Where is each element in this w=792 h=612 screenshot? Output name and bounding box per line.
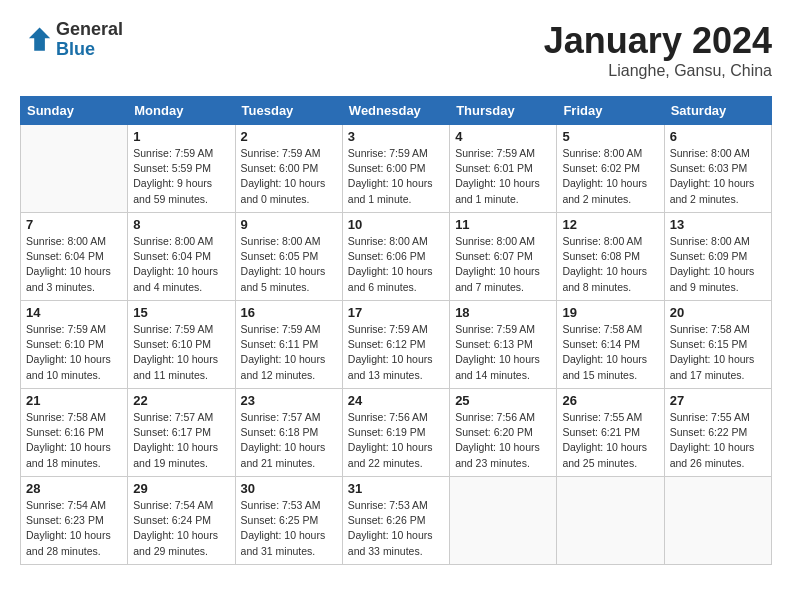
calendar-cell: 20Sunrise: 7:58 AM Sunset: 6:15 PM Dayli… [664, 301, 771, 389]
day-info: Sunrise: 7:59 AM Sunset: 6:00 PM Dayligh… [241, 146, 337, 207]
calendar-cell: 5Sunrise: 8:00 AM Sunset: 6:02 PM Daylig… [557, 125, 664, 213]
calendar-cell: 14Sunrise: 7:59 AM Sunset: 6:10 PM Dayli… [21, 301, 128, 389]
month-title: January 2024 [544, 20, 772, 62]
day-info: Sunrise: 7:53 AM Sunset: 6:26 PM Dayligh… [348, 498, 444, 559]
calendar-cell: 11Sunrise: 8:00 AM Sunset: 6:07 PM Dayli… [450, 213, 557, 301]
day-info: Sunrise: 8:00 AM Sunset: 6:03 PM Dayligh… [670, 146, 766, 207]
calendar-table: SundayMondayTuesdayWednesdayThursdayFrid… [20, 96, 772, 565]
week-row-1: 1Sunrise: 7:59 AM Sunset: 5:59 PM Daylig… [21, 125, 772, 213]
day-info: Sunrise: 7:59 AM Sunset: 6:01 PM Dayligh… [455, 146, 551, 207]
calendar-cell [557, 477, 664, 565]
header-day-saturday: Saturday [664, 97, 771, 125]
calendar-cell [450, 477, 557, 565]
day-info: Sunrise: 8:00 AM Sunset: 6:04 PM Dayligh… [133, 234, 229, 295]
day-number: 31 [348, 481, 444, 496]
day-number: 8 [133, 217, 229, 232]
day-number: 16 [241, 305, 337, 320]
day-info: Sunrise: 7:57 AM Sunset: 6:18 PM Dayligh… [241, 410, 337, 471]
day-info: Sunrise: 7:54 AM Sunset: 6:23 PM Dayligh… [26, 498, 122, 559]
day-number: 4 [455, 129, 551, 144]
calendar-cell: 2Sunrise: 7:59 AM Sunset: 6:00 PM Daylig… [235, 125, 342, 213]
day-info: Sunrise: 8:00 AM Sunset: 6:08 PM Dayligh… [562, 234, 658, 295]
logo-text: General Blue [56, 20, 123, 60]
day-info: Sunrise: 8:00 AM Sunset: 6:09 PM Dayligh… [670, 234, 766, 295]
week-row-3: 14Sunrise: 7:59 AM Sunset: 6:10 PM Dayli… [21, 301, 772, 389]
day-info: Sunrise: 7:56 AM Sunset: 6:20 PM Dayligh… [455, 410, 551, 471]
day-info: Sunrise: 7:58 AM Sunset: 6:14 PM Dayligh… [562, 322, 658, 383]
calendar-cell: 15Sunrise: 7:59 AM Sunset: 6:10 PM Dayli… [128, 301, 235, 389]
day-info: Sunrise: 7:58 AM Sunset: 6:15 PM Dayligh… [670, 322, 766, 383]
calendar-cell: 22Sunrise: 7:57 AM Sunset: 6:17 PM Dayli… [128, 389, 235, 477]
day-info: Sunrise: 7:59 AM Sunset: 6:00 PM Dayligh… [348, 146, 444, 207]
day-info: Sunrise: 7:59 AM Sunset: 6:12 PM Dayligh… [348, 322, 444, 383]
day-number: 6 [670, 129, 766, 144]
calendar-cell: 21Sunrise: 7:58 AM Sunset: 6:16 PM Dayli… [21, 389, 128, 477]
day-info: Sunrise: 7:59 AM Sunset: 5:59 PM Dayligh… [133, 146, 229, 207]
day-info: Sunrise: 7:56 AM Sunset: 6:19 PM Dayligh… [348, 410, 444, 471]
day-number: 18 [455, 305, 551, 320]
logo-icon [20, 24, 52, 56]
day-info: Sunrise: 7:59 AM Sunset: 6:10 PM Dayligh… [133, 322, 229, 383]
day-info: Sunrise: 7:53 AM Sunset: 6:25 PM Dayligh… [241, 498, 337, 559]
calendar-cell: 4Sunrise: 7:59 AM Sunset: 6:01 PM Daylig… [450, 125, 557, 213]
header-day-sunday: Sunday [21, 97, 128, 125]
day-number: 14 [26, 305, 122, 320]
calendar-cell: 10Sunrise: 8:00 AM Sunset: 6:06 PM Dayli… [342, 213, 449, 301]
day-number: 11 [455, 217, 551, 232]
day-number: 10 [348, 217, 444, 232]
day-number: 3 [348, 129, 444, 144]
calendar-cell: 9Sunrise: 8:00 AM Sunset: 6:05 PM Daylig… [235, 213, 342, 301]
day-number: 20 [670, 305, 766, 320]
calendar-cell: 16Sunrise: 7:59 AM Sunset: 6:11 PM Dayli… [235, 301, 342, 389]
day-number: 5 [562, 129, 658, 144]
day-info: Sunrise: 7:57 AM Sunset: 6:17 PM Dayligh… [133, 410, 229, 471]
page-header: General Blue January 2024 Lianghe, Gansu… [20, 20, 772, 80]
day-info: Sunrise: 7:55 AM Sunset: 6:21 PM Dayligh… [562, 410, 658, 471]
calendar-cell: 13Sunrise: 8:00 AM Sunset: 6:09 PM Dayli… [664, 213, 771, 301]
calendar-cell: 28Sunrise: 7:54 AM Sunset: 6:23 PM Dayli… [21, 477, 128, 565]
day-info: Sunrise: 8:00 AM Sunset: 6:05 PM Dayligh… [241, 234, 337, 295]
day-number: 22 [133, 393, 229, 408]
calendar-cell: 18Sunrise: 7:59 AM Sunset: 6:13 PM Dayli… [450, 301, 557, 389]
calendar-cell: 17Sunrise: 7:59 AM Sunset: 6:12 PM Dayli… [342, 301, 449, 389]
calendar-cell: 25Sunrise: 7:56 AM Sunset: 6:20 PM Dayli… [450, 389, 557, 477]
header-day-monday: Monday [128, 97, 235, 125]
day-info: Sunrise: 8:00 AM Sunset: 6:06 PM Dayligh… [348, 234, 444, 295]
day-info: Sunrise: 8:00 AM Sunset: 6:07 PM Dayligh… [455, 234, 551, 295]
calendar-cell: 29Sunrise: 7:54 AM Sunset: 6:24 PM Dayli… [128, 477, 235, 565]
day-number: 23 [241, 393, 337, 408]
day-info: Sunrise: 8:00 AM Sunset: 6:04 PM Dayligh… [26, 234, 122, 295]
day-number: 30 [241, 481, 337, 496]
logo-general-text: General [56, 20, 123, 40]
logo-blue-text: Blue [56, 40, 123, 60]
day-number: 13 [670, 217, 766, 232]
day-number: 17 [348, 305, 444, 320]
header-day-wednesday: Wednesday [342, 97, 449, 125]
day-number: 15 [133, 305, 229, 320]
week-row-5: 28Sunrise: 7:54 AM Sunset: 6:23 PM Dayli… [21, 477, 772, 565]
day-number: 29 [133, 481, 229, 496]
location: Lianghe, Gansu, China [544, 62, 772, 80]
calendar-cell: 7Sunrise: 8:00 AM Sunset: 6:04 PM Daylig… [21, 213, 128, 301]
day-info: Sunrise: 7:58 AM Sunset: 6:16 PM Dayligh… [26, 410, 122, 471]
day-info: Sunrise: 7:59 AM Sunset: 6:10 PM Dayligh… [26, 322, 122, 383]
calendar-cell: 3Sunrise: 7:59 AM Sunset: 6:00 PM Daylig… [342, 125, 449, 213]
day-number: 25 [455, 393, 551, 408]
day-info: Sunrise: 7:59 AM Sunset: 6:13 PM Dayligh… [455, 322, 551, 383]
calendar-cell: 31Sunrise: 7:53 AM Sunset: 6:26 PM Dayli… [342, 477, 449, 565]
calendar-cell: 23Sunrise: 7:57 AM Sunset: 6:18 PM Dayli… [235, 389, 342, 477]
header-day-tuesday: Tuesday [235, 97, 342, 125]
day-number: 26 [562, 393, 658, 408]
calendar-cell [21, 125, 128, 213]
calendar-cell: 24Sunrise: 7:56 AM Sunset: 6:19 PM Dayli… [342, 389, 449, 477]
calendar-cell: 12Sunrise: 8:00 AM Sunset: 6:08 PM Dayli… [557, 213, 664, 301]
day-info: Sunrise: 7:55 AM Sunset: 6:22 PM Dayligh… [670, 410, 766, 471]
logo: General Blue [20, 20, 123, 60]
svg-marker-0 [29, 27, 50, 50]
day-number: 7 [26, 217, 122, 232]
title-block: January 2024 Lianghe, Gansu, China [544, 20, 772, 80]
day-number: 1 [133, 129, 229, 144]
day-number: 2 [241, 129, 337, 144]
calendar-cell: 6Sunrise: 8:00 AM Sunset: 6:03 PM Daylig… [664, 125, 771, 213]
day-info: Sunrise: 8:00 AM Sunset: 6:02 PM Dayligh… [562, 146, 658, 207]
